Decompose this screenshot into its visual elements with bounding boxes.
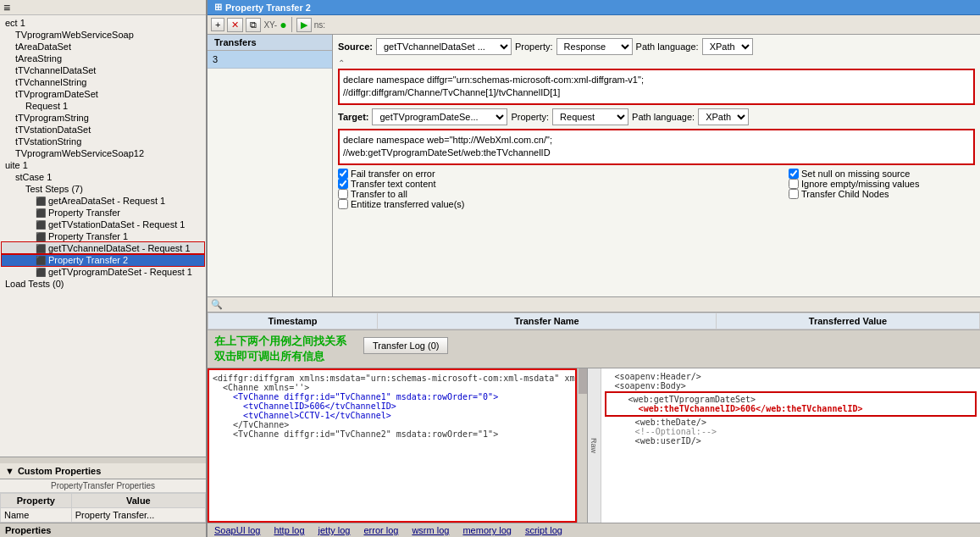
scrollbar-thumb-left[interactable] bbox=[579, 368, 587, 394]
tree-item-tvprogramstr[interactable]: tTVprogramString bbox=[2, 112, 204, 124]
tree-item-tvprogramdate[interactable]: tTVprogramDateSet bbox=[2, 88, 204, 100]
left-sidebar: ≡ ect 1 TVprogramWebServiceSoap tAreaDat… bbox=[0, 0, 208, 537]
tree-item-getareadataset[interactable]: ⬛ getAreaDataSet - Request 1 bbox=[2, 195, 204, 207]
target-dropdown[interactable]: getTVprogramDateSe... bbox=[372, 108, 507, 125]
tree-item-gettvprogram[interactable]: ⬛ getTVprogramDateSet - Request 1 bbox=[2, 266, 204, 278]
xml-right-line-2: <soapenv:Body> bbox=[605, 381, 977, 390]
tree-item-teststeps[interactable]: Test Steps (7) bbox=[2, 183, 204, 195]
tree-item-propertytransfer[interactable]: ⬛ Property Transfer bbox=[2, 207, 204, 219]
tree-item-soap[interactable]: TVprogramWebServiceSoap bbox=[2, 29, 204, 41]
xml-left-container: <diffgr:diffgram xmlns:msdata="urn:schem… bbox=[208, 368, 588, 523]
source-row: Source: getTVchannelDataSet ... Property… bbox=[338, 38, 975, 55]
add-button[interactable]: + bbox=[211, 18, 224, 31]
status-jetty-log[interactable]: jetty log bbox=[318, 525, 351, 535]
toolbar: + ✕ ⧉ XY- ● ▶ ns: bbox=[208, 15, 980, 35]
xml-right-line-5: <web:theDate/> bbox=[605, 418, 977, 427]
expand-arrow-source[interactable]: ⌃ bbox=[338, 58, 975, 68]
xml-left-scrollbar[interactable] bbox=[577, 368, 587, 523]
icon-strip: 🔍 bbox=[208, 297, 980, 313]
sidebar-tree[interactable]: ect 1 TVprogramWebServiceSoap tAreaDataS… bbox=[0, 15, 206, 457]
xml-right-container: <soapenv:Header/> <soapenv:Body> <web:ge… bbox=[601, 368, 981, 523]
target-pathlang-label: Path language: bbox=[632, 112, 695, 122]
tree-item-gettvstation[interactable]: ⬛ getTVstationDataSet - Request 1 bbox=[2, 219, 204, 230]
source-pathlang-dropdown[interactable]: XPath bbox=[702, 38, 753, 55]
check-transfer-text-input[interactable] bbox=[338, 179, 348, 189]
request4-icon: ⬛ bbox=[36, 268, 46, 277]
clone-button[interactable]: ⧉ bbox=[246, 18, 261, 32]
tree-item-area[interactable]: tAreaDataSet bbox=[2, 41, 204, 53]
sidebar-scrollbar[interactable] bbox=[0, 457, 206, 463]
source-pathlang-label: Path language: bbox=[636, 42, 699, 52]
title-bar: ⊞ Property Transfer 2 bbox=[208, 0, 980, 15]
status-soapui-log[interactable]: SoapUI log bbox=[214, 525, 260, 535]
xml-line-2: <Channe xmlns=''> bbox=[213, 383, 572, 392]
checkboxes-right: Set null on missing source Ignore empty/… bbox=[789, 169, 975, 199]
target-text-area[interactable]: declare namespace web="http://WebXml.com… bbox=[338, 129, 975, 165]
prop-row: Name Property Transfer... bbox=[1, 508, 206, 523]
col-timestamp: Timestamp bbox=[208, 313, 378, 329]
col-transfer-name: Transfer Name bbox=[378, 313, 717, 329]
custom-props-header[interactable]: ▼ Custom Properties bbox=[0, 463, 206, 479]
tree-item-soap12[interactable]: TVprogramWebServiceSoap12 bbox=[2, 147, 204, 159]
ns-label: ns: bbox=[314, 20, 325, 30]
check-entitize: Entitize transferred value(s) bbox=[338, 199, 789, 209]
xml-left-panel[interactable]: <diffgr:diffgram xmlns:msdata="urn:schem… bbox=[208, 368, 577, 523]
title-icon: ⊞ bbox=[214, 2, 222, 13]
tree-item-ect1[interactable]: ect 1 bbox=[2, 17, 204, 29]
tree-item-testcase1[interactable]: stCase 1 bbox=[2, 171, 204, 183]
check-fail-transfer-input[interactable] bbox=[338, 169, 348, 179]
transfer1-icon: ⬛ bbox=[36, 232, 46, 241]
tree-item-loadtests[interactable]: Load Tests (0) bbox=[2, 278, 204, 290]
prop-value: Property Transfer... bbox=[71, 508, 205, 523]
check-entitize-input[interactable] bbox=[338, 199, 348, 209]
tree-item-tvchannel[interactable]: tTVchannelDataSet bbox=[2, 64, 204, 76]
status-error-log[interactable]: error log bbox=[363, 525, 398, 535]
xml-split-view: <diffgr:diffgram xmlns:msdata="urn:schem… bbox=[208, 368, 980, 523]
search-icon[interactable]: 🔍 bbox=[211, 299, 223, 310]
xy-label: XY- bbox=[263, 20, 277, 30]
tree-item-tvstationstr[interactable]: tTVstationString bbox=[2, 136, 204, 147]
toolbar-sep bbox=[291, 17, 292, 32]
col-transferred-value: Transferred Value bbox=[717, 313, 980, 329]
prop-name: Name bbox=[1, 508, 72, 523]
tree-item-propertytransfer2[interactable]: ⬛ Property Transfer 2 bbox=[2, 254, 204, 266]
tree-item-tvstationdata[interactable]: tTVstationDataSet bbox=[2, 124, 204, 136]
xml-line-4: <tvChannelID>606</tvChannelID> bbox=[213, 401, 572, 411]
play-button[interactable]: ▶ bbox=[296, 18, 312, 32]
tree-item-suite1[interactable]: uite 1 bbox=[2, 159, 204, 171]
source-text-area[interactable]: declare namespace diffgr="urn:schemas-mi… bbox=[338, 69, 975, 105]
status-memory-log[interactable]: memory log bbox=[462, 525, 511, 535]
transfer-log-button[interactable]: Transfer Log (0) bbox=[363, 337, 448, 354]
xml-right-line-1: <soapenv:Header/> bbox=[605, 372, 977, 381]
prop-col-value: Value bbox=[71, 494, 205, 508]
transfer-item-3[interactable]: 3 bbox=[208, 51, 332, 69]
check-set-null: Set null on missing source bbox=[789, 169, 975, 179]
main-content: ⊞ Property Transfer 2 + ✕ ⧉ XY- ● ▶ ns: … bbox=[208, 0, 980, 537]
check-child-nodes-input[interactable] bbox=[789, 189, 799, 199]
status-script-log[interactable]: script log bbox=[525, 525, 562, 535]
app-container: ≡ ect 1 TVprogramWebServiceSoap tAreaDat… bbox=[0, 0, 980, 537]
target-pathlang-dropdown[interactable]: XPath bbox=[698, 108, 749, 125]
menu-icon: ≡ bbox=[3, 1, 10, 14]
status-http-log[interactable]: http log bbox=[274, 525, 304, 535]
tree-item-gettvchannel[interactable]: ⬛ getTVchannelDataSet - Request 1 bbox=[2, 242, 204, 254]
raw-label: Raw bbox=[588, 368, 601, 523]
check-transfer-all-input[interactable] bbox=[338, 189, 348, 199]
source-property-dropdown[interactable]: Response bbox=[556, 38, 633, 55]
tree-item-areastr[interactable]: tAreaString bbox=[2, 53, 204, 64]
data-table: Timestamp Transfer Name Transferred Valu… bbox=[208, 313, 980, 329]
source-dropdown[interactable]: getTVchannelDataSet ... bbox=[376, 38, 512, 55]
xml-right-highlight: <web:getTVprogramDateSet> <web:theTVchan… bbox=[605, 391, 977, 417]
status-wsrm-log[interactable]: wsrm log bbox=[412, 525, 449, 535]
tree-item-request1[interactable]: Request 1 bbox=[2, 100, 204, 112]
xml-right-panel[interactable]: <soapenv:Header/> <soapenv:Body> <web:ge… bbox=[601, 368, 981, 523]
properties-bar[interactable]: Properties bbox=[0, 523, 206, 537]
tree-item-propertytransfer1[interactable]: ⬛ Property Transfer 1 bbox=[2, 230, 204, 242]
target-property-dropdown[interactable]: Request bbox=[552, 108, 628, 125]
check-set-null-input[interactable] bbox=[789, 169, 799, 179]
remove-button[interactable]: ✕ bbox=[227, 18, 243, 32]
check-entitize-label: Entitize transferred value(s) bbox=[351, 199, 465, 209]
tree-item-tvchannelstr[interactable]: tTVchannelString bbox=[2, 76, 204, 88]
checkboxes-left: Fail transfer on error Transfer text con… bbox=[338, 169, 789, 209]
check-ignore-empty-input[interactable] bbox=[789, 179, 799, 189]
